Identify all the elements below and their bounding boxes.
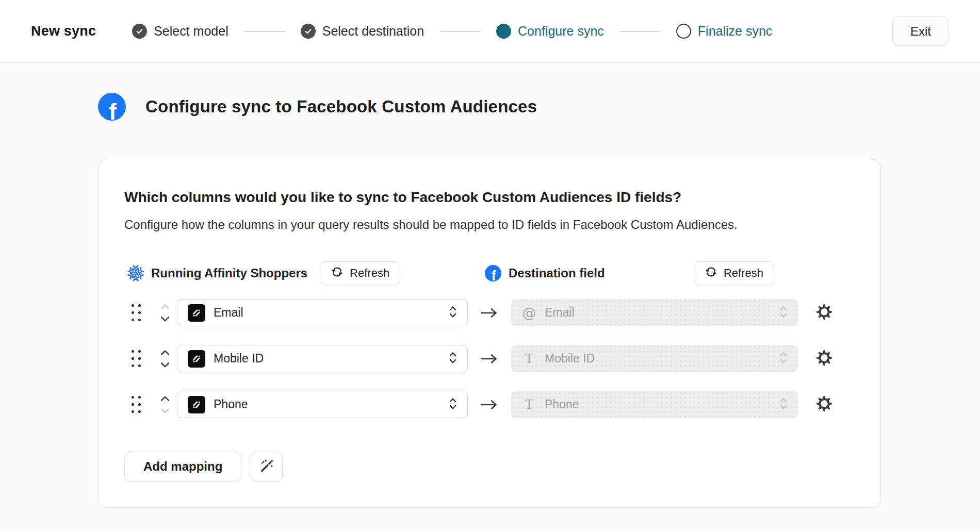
source-model-name: Running Affinity Shoppers: [151, 266, 307, 280]
move-up-icon[interactable]: [160, 395, 170, 402]
select-carets-icon: [779, 351, 788, 367]
column-type-icon: [188, 396, 205, 413]
snowflake-icon: [127, 265, 144, 281]
destination-field-title: Destination field: [509, 266, 605, 280]
step-connector: [619, 31, 661, 32]
select-carets-icon: [449, 351, 457, 367]
step-active-dot-icon: [496, 24, 511, 39]
refresh-label: Refresh: [350, 267, 389, 280]
gear-icon: [816, 395, 832, 413]
gear-icon: [816, 304, 832, 322]
destination-field-select[interactable]: @ Email: [511, 299, 798, 326]
field-mapping-card: Which columns would you like to sync to …: [98, 159, 881, 508]
reorder-controls: [160, 350, 170, 368]
source-column-select[interactable]: Email: [177, 299, 468, 326]
select-carets-icon: [779, 396, 788, 413]
destination-header: f Destination field Refresh: [485, 261, 855, 285]
move-down-icon[interactable]: [160, 362, 170, 368]
step-label: Configure sync: [518, 24, 604, 39]
magic-wand-icon: [259, 458, 274, 475]
select-carets-icon: [449, 396, 457, 413]
card-subheading: Configure how the columns in your query …: [124, 217, 855, 233]
step-select-destination[interactable]: Select destination: [301, 24, 424, 39]
destination-field-value: Email: [545, 306, 575, 320]
refresh-source-button[interactable]: Refresh: [320, 261, 400, 285]
exit-button[interactable]: Exit: [892, 16, 949, 46]
arrow-right-icon: [468, 353, 511, 364]
destination-field-select[interactable]: T Mobile ID: [511, 345, 798, 372]
source-column-value: Phone: [214, 397, 248, 411]
card-heading: Which columns would you like to sync to …: [124, 189, 855, 206]
reorder-controls: [160, 304, 170, 322]
refresh-label: Refresh: [724, 267, 763, 280]
source-header: Running Affinity Shoppers Refresh: [127, 261, 463, 285]
column-type-icon: [188, 350, 205, 368]
step-select-model[interactable]: Select model: [132, 24, 228, 39]
step-label: Finalize sync: [698, 24, 773, 39]
page-header: f Configure sync to Facebook Custom Audi…: [98, 93, 980, 121]
gear-icon: [816, 350, 832, 368]
move-up-icon: [160, 304, 170, 310]
mapping-settings-button[interactable]: [815, 350, 833, 368]
refresh-icon: [705, 266, 717, 281]
text-type-icon: T: [521, 351, 537, 367]
suggest-mappings-button[interactable]: [251, 452, 283, 482]
source-column-select[interactable]: Phone: [177, 391, 468, 418]
move-down-icon: [160, 408, 170, 414]
page-title: Configure sync to Facebook Custom Audien…: [145, 97, 537, 117]
facebook-icon: f: [485, 265, 501, 281]
add-mapping-button[interactable]: Add mapping: [124, 452, 241, 482]
source-column-select[interactable]: Mobile ID: [177, 345, 468, 372]
move-down-icon[interactable]: [160, 316, 170, 322]
arrow-right-icon: [468, 399, 511, 410]
destination-field-value: Phone: [545, 397, 579, 411]
mapping-settings-button[interactable]: [815, 396, 833, 413]
card-footer: Add mapping: [124, 452, 855, 482]
destination-field-value: Mobile ID: [545, 352, 595, 366]
step-label: Select model: [154, 24, 228, 39]
source-column-value: Email: [214, 306, 243, 320]
mapping-settings-button[interactable]: [815, 304, 833, 322]
move-up-icon[interactable]: [160, 350, 170, 356]
step-connector: [244, 31, 285, 32]
main-content: f Configure sync to Facebook Custom Audi…: [0, 63, 980, 508]
step-connector: [439, 31, 481, 32]
mapping-row: Mobile ID T Mobile ID: [124, 345, 855, 372]
reorder-controls: [160, 395, 170, 414]
refresh-icon: [331, 266, 344, 281]
facebook-icon: f: [98, 93, 126, 121]
refresh-destination-button[interactable]: Refresh: [694, 261, 774, 285]
mapping-row: Phone T Phone: [124, 391, 855, 418]
source-column-value: Mobile ID: [214, 352, 264, 366]
step-configure-sync[interactable]: Configure sync: [496, 24, 604, 39]
wizard-topbar: New sync Select model Select destination…: [0, 0, 980, 63]
select-carets-icon: [449, 305, 457, 321]
destination-field-select[interactable]: T Phone: [511, 391, 798, 418]
mapper-header-row: Running Affinity Shoppers Refresh f: [127, 261, 855, 285]
step-finalize-sync[interactable]: Finalize sync: [676, 24, 773, 39]
step-upcoming-circle-icon: [676, 24, 691, 39]
wizard-title: New sync: [31, 23, 96, 39]
step-complete-check-icon: [301, 24, 316, 39]
column-type-icon: [188, 304, 205, 322]
step-complete-check-icon: [132, 24, 147, 39]
text-type-icon: T: [521, 396, 537, 412]
drag-handle[interactable]: [132, 304, 144, 321]
at-icon: @: [521, 305, 537, 321]
step-label: Select destination: [322, 24, 424, 39]
mapping-row: Email @ Email: [124, 299, 855, 326]
drag-handle[interactable]: [132, 396, 144, 413]
select-carets-icon: [779, 305, 788, 321]
drag-handle[interactable]: [132, 350, 144, 367]
wizard-stepper: Select model Select destination Configur…: [132, 24, 772, 39]
arrow-right-icon: [468, 307, 511, 319]
